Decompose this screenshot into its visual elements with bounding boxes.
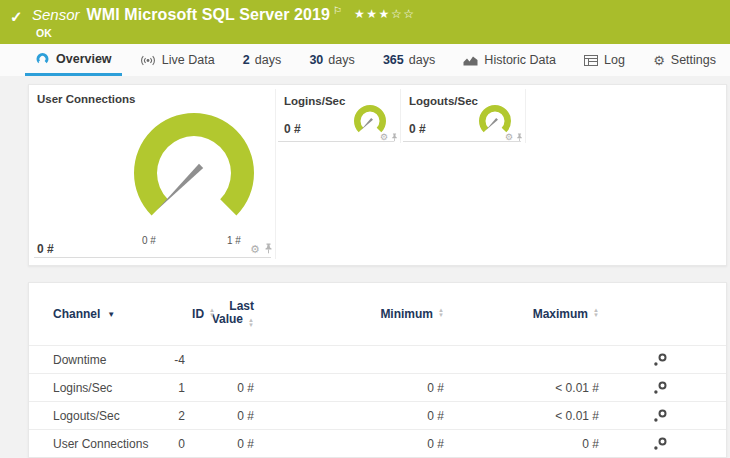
tab-2-days-number: 2 [243, 53, 250, 67]
channel-maximum: 0 # [444, 437, 599, 451]
channel-minimum: 0 # [254, 381, 444, 395]
sort-icon: ▲▼ [248, 318, 254, 328]
tab-log[interactable]: Log [574, 44, 635, 76]
channel-name: Logins/Sec [53, 381, 163, 395]
tab-365-days-number: 365 [383, 53, 404, 67]
channel-id: -4 [163, 353, 185, 367]
channel-minimum: 0 # [254, 437, 444, 451]
gauge-title-logouts: Logouts/Sec [409, 95, 478, 107]
gauge-title-user-connections: User Connections [37, 93, 135, 105]
live-data-icon [140, 54, 156, 67]
priority-rating[interactable]: ★★★☆☆ [354, 7, 415, 21]
channel-minimum: 0 # [254, 409, 444, 423]
edit-channel-icon [653, 437, 668, 451]
gauge-value-logins: 0 # [284, 122, 301, 136]
gauges-panel: User Connections 0 # 1 # 0 # ⚙ Logins/Se… [28, 84, 727, 266]
user-connections-gauge [128, 109, 260, 229]
channel-id: 2 [163, 409, 185, 423]
star-icon[interactable]: ☆ [391, 7, 403, 21]
value-underline [278, 141, 394, 142]
star-icon[interactable]: ★ [354, 7, 366, 21]
tab-30-days[interactable]: 30 days [299, 44, 364, 76]
sort-desc-icon: ▼ [107, 310, 115, 319]
channel-maximum: < 0.01 # [444, 381, 599, 395]
edit-channel-button[interactable] [653, 409, 702, 423]
edit-channel-button[interactable] [653, 381, 702, 395]
tab-historic-data[interactable]: Historic Data [453, 44, 566, 76]
tab-historic-data-label: Historic Data [484, 53, 556, 67]
edit-channel-icon [653, 353, 668, 367]
tab-overview[interactable]: Overview [25, 44, 122, 76]
area-chart-icon [463, 54, 478, 66]
tab-30-days-number: 30 [309, 53, 323, 67]
table-header-row: Channel ▼ ID ▲▼ Last Value▲▼ Minimum [29, 283, 726, 345]
channel-name: Logouts/Sec [53, 409, 163, 423]
sort-icon: ▲▼ [209, 308, 215, 318]
tab-settings-label: Settings [671, 53, 716, 67]
channel-id: 1 [163, 381, 185, 395]
gauge-scale-max: 1 # [227, 235, 241, 246]
log-list-icon [584, 55, 598, 66]
star-icon[interactable]: ★ [366, 7, 378, 21]
star-icon[interactable]: ☆ [403, 7, 415, 21]
cell-divider [400, 89, 401, 143]
sort-icon: ▲▼ [593, 308, 599, 318]
flag-icon[interactable]: ⚐ [333, 5, 342, 16]
tab-365-days[interactable]: 365 days [373, 44, 445, 76]
table-row-logouts[interactable]: Logouts/Sec 2 0 # 0 # < 0.01 # [29, 401, 726, 429]
sensor-header: ✓ Sensor WMI Microsoft SQL Server 2019 ⚐… [0, 0, 730, 44]
channel-last-value: 0 # [185, 409, 254, 423]
value-underline [403, 141, 521, 142]
channel-name: User Connections [53, 437, 163, 451]
tab-overview-label: Overview [56, 52, 112, 66]
edit-channel-icon [653, 381, 668, 395]
tab-settings[interactable]: ⚙ Settings [643, 44, 726, 76]
tab-log-label: Log [604, 53, 625, 67]
sensor-kind-label: Sensor [32, 6, 80, 23]
gauge-settings-icon[interactable]: ⚙ [250, 244, 260, 254]
gauge-value-user-connections: 0 # [37, 242, 54, 256]
edit-channel-button[interactable] [653, 353, 702, 367]
column-header-channel[interactable]: Channel ▼ [53, 307, 163, 321]
channel-last-value: 0 # [185, 381, 254, 395]
cell-divider [525, 89, 526, 143]
cell-divider [275, 89, 276, 259]
edit-channel-icon [653, 409, 668, 423]
channel-table: Channel ▼ ID ▲▼ Last Value▲▼ Minimum [28, 282, 727, 458]
table-row-user-connections[interactable]: User Connections 0 0 # 0 # 0 # [29, 429, 726, 457]
pin-icon[interactable] [264, 243, 273, 254]
settings-gear-icon: ⚙ [653, 53, 665, 68]
edit-channel-button[interactable] [653, 437, 702, 451]
tab-2-days-label: days [255, 53, 281, 67]
status-badge: OK [36, 27, 52, 39]
gauge-actions: ⚙ [250, 243, 273, 254]
tab-live-data[interactable]: Live Data [130, 44, 225, 76]
channel-maximum: < 0.01 # [444, 409, 599, 423]
table-row-downtime[interactable]: Downtime -4 [29, 345, 726, 373]
channel-name: Downtime [53, 353, 163, 367]
gauge-icon [35, 52, 50, 65]
title-line: Sensor WMI Microsoft SQL Server 2019 ⚐ ★… [32, 6, 415, 24]
tab-30-days-label: days [328, 53, 354, 67]
gauge-value-logouts: 0 # [409, 122, 426, 136]
channel-id: 0 [163, 437, 185, 451]
tab-2-days[interactable]: 2 days [233, 44, 291, 76]
tab-bar: Overview Live Data 2 days 30 days 365 da… [0, 44, 730, 76]
channel-last-value: 0 # [185, 437, 254, 451]
page-title: WMI Microsoft SQL Server 2019 [87, 6, 331, 24]
column-header-maximum[interactable]: Maximum ▲▼ [444, 307, 599, 321]
tab-live-data-label: Live Data [162, 53, 215, 67]
sort-icon: ▲▼ [438, 308, 444, 318]
tab-365-days-label: days [409, 53, 435, 67]
gauge-scale-min: 0 # [142, 235, 156, 246]
gauge-title-logins: Logins/Sec [284, 95, 345, 107]
value-underline [34, 257, 271, 258]
status-check-icon: ✓ [10, 8, 23, 26]
column-header-minimum[interactable]: Minimum ▲▼ [254, 307, 444, 321]
star-icon[interactable]: ★ [379, 7, 391, 21]
prtg-sensor-page: ✓ Sensor WMI Microsoft SQL Server 2019 ⚐… [0, 0, 730, 458]
column-header-id[interactable]: ID ▲▼ [163, 307, 185, 321]
table-row-logins[interactable]: Logins/Sec 1 0 # 0 # < 0.01 # [29, 373, 726, 401]
